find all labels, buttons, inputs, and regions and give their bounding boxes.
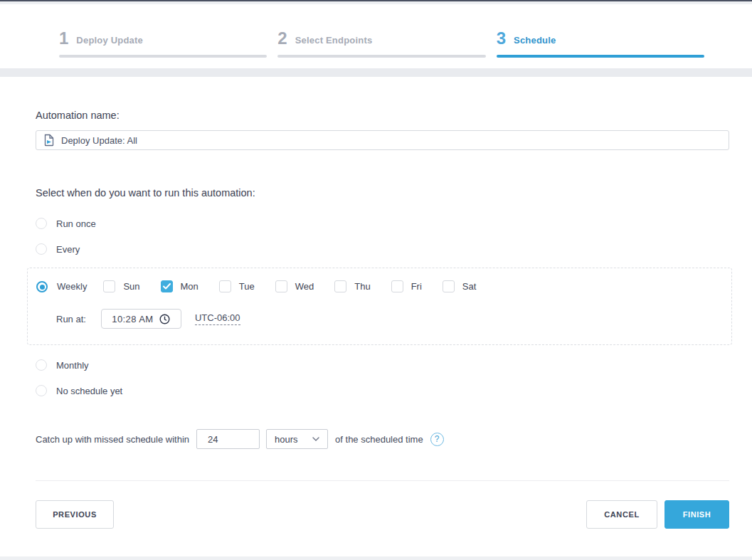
radio-button[interactable] [36,243,47,255]
step-number: 1 [59,30,68,47]
step-progress-bar [59,55,267,58]
day-label: Sat [462,281,477,292]
weekday-checkbox-group: Sun Mon Tue [103,280,497,292]
checkbox[interactable] [103,280,115,292]
section-separator-band [0,68,752,77]
day-label: Fri [411,281,422,292]
run-at-label: Run at: [56,314,86,324]
radio-button[interactable] [36,359,47,371]
day-label: Sun [123,281,139,292]
catchup-unit-value: hours [275,434,298,445]
bottom-gray-strip [0,556,752,560]
step-label: Schedule [514,35,556,47]
day-option-fri[interactable]: Fri [391,280,422,292]
radio-option-no-schedule[interactable]: No schedule yet [36,385,729,396]
day-option-sat[interactable]: Sat [443,280,477,292]
run-at-row: Run at: 10:28 AM UTC-06:00 [36,309,723,329]
radio-label: Every [56,244,80,255]
wizard-steps: 1 Deploy Update 2 Select Endpoints 3 Sch… [0,4,752,58]
step-progress-bar [497,55,704,58]
day-option-thu[interactable]: Thu [334,280,370,292]
schedule-heading: Select when do you want to run this auto… [36,187,729,199]
radio-button[interactable] [36,385,47,396]
step-deploy-update[interactable]: 1 Deploy Update [59,30,267,58]
weekly-schedule-panel: Weekly Sun Mon [27,268,732,345]
checkbox[interactable] [219,280,231,292]
help-icon[interactable]: ? [430,433,444,446]
timezone-link[interactable]: UTC-06:00 [195,312,240,325]
step-number: 3 [497,30,506,47]
radio-option-weekly[interactable]: Weekly [36,281,87,292]
day-label: Mon [181,281,198,292]
step-progress-bar [277,55,485,58]
run-time-input[interactable]: 10:28 AM [101,309,181,329]
checkbox[interactable] [443,280,455,292]
day-option-mon[interactable]: Mon [161,280,198,292]
run-time-value: 10:28 AM [112,314,153,324]
radio-option-monthly[interactable]: Monthly [36,359,729,371]
day-label: Thu [354,281,370,292]
footer-divider [36,480,729,481]
catchup-row: Catch up with missed schedule within 24 … [36,429,729,449]
catchup-unit-select[interactable]: hours [266,429,328,449]
radio-button[interactable] [36,218,47,229]
radio-option-every[interactable]: Every [36,243,729,255]
checkbox[interactable] [391,280,403,292]
catchup-value: 24 [208,434,218,445]
radio-label: Weekly [57,281,87,292]
automation-name-label: Automation name: [36,110,729,121]
checkbox[interactable] [161,280,173,292]
radio-label: Monthly [56,360,89,371]
checkbox[interactable] [275,280,287,292]
step-label: Deploy Update [76,35,143,47]
chevron-down-icon [312,437,319,441]
previous-button[interactable]: PREVIOUS [36,500,114,529]
finish-button[interactable]: FINISH [664,500,729,529]
day-label: Wed [295,281,314,292]
day-option-wed[interactable]: Wed [275,280,314,292]
step-select-endpoints[interactable]: 2 Select Endpoints [277,30,485,58]
day-label: Tue [239,281,255,292]
schedule-form: Automation name: Deploy Update: All Sele… [0,110,752,529]
step-number: 2 [277,30,287,47]
catchup-value-input[interactable]: 24 [196,429,260,449]
day-option-sun[interactable]: Sun [103,280,139,292]
step-label: Select Endpoints [295,35,373,47]
automation-file-icon [43,134,55,147]
automation-name-input[interactable]: Deploy Update: All [36,130,729,150]
step-schedule[interactable]: 3 Schedule [497,30,704,58]
radio-option-run-once[interactable]: Run once [36,218,729,229]
check-icon [163,283,171,290]
catchup-text-before: Catch up with missed schedule within [36,434,189,445]
clock-icon[interactable] [159,314,170,324]
footer-actions: PREVIOUS CANCEL FINISH [36,500,729,529]
radio-button[interactable] [36,281,48,292]
schedule-wizard-page: 1 Deploy Update 2 Select Endpoints 3 Sch… [0,0,752,560]
radio-label: Run once [56,218,96,229]
catchup-text-after: of the scheduled time [335,434,423,445]
day-option-tue[interactable]: Tue [219,280,255,292]
checkbox[interactable] [334,280,346,292]
radio-label: No schedule yet [56,386,122,396]
cancel-button[interactable]: CANCEL [586,500,657,529]
automation-name-value: Deploy Update: All [61,135,137,146]
